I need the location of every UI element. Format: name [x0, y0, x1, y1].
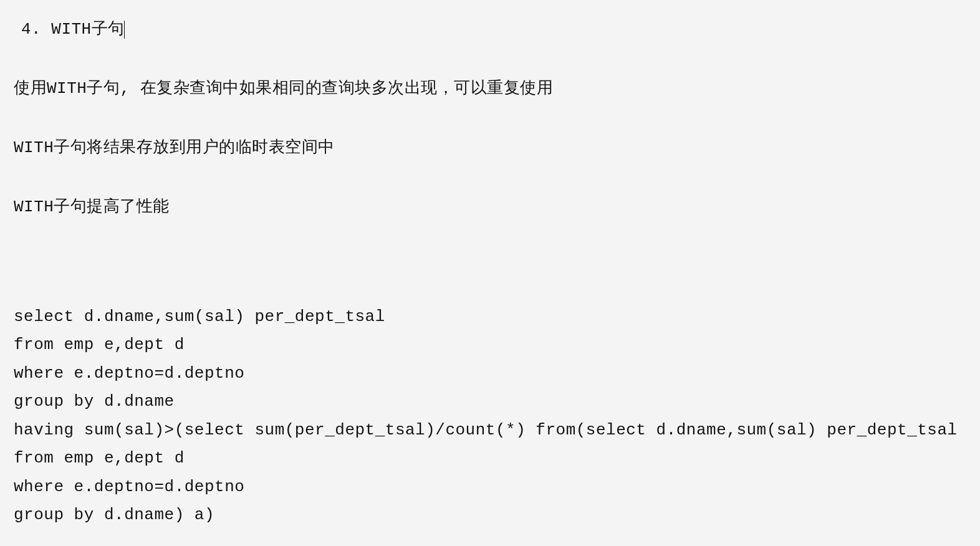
- sql-code-block: select d.dname,sum(sal) per_dept_tsal fr…: [14, 274, 966, 530]
- code-line: from emp e,dept d: [14, 449, 185, 467]
- heading-text: 4. WITH子句: [21, 20, 125, 39]
- code-line: group by d.dname: [14, 392, 175, 411]
- code-line: select d.dname,sum(sal) per_dept_tsal: [14, 307, 385, 326]
- paragraph: WITH子句提高了性能: [14, 195, 966, 219]
- code-line: where e.deptno=d.deptno: [14, 364, 244, 383]
- paragraph: 使用WITH子句, 在复杂查询中如果相同的查询块多次出现，可以重复使用: [14, 77, 966, 101]
- code-line: having sum(sal)>(select sum(per_dept_tsa…: [14, 421, 958, 439]
- section-heading: 4. WITH子句: [14, 17, 966, 42]
- text-cursor: [124, 21, 125, 39]
- code-line: group by d.dname) a): [14, 505, 214, 524]
- code-line: where e.deptno=d.deptno: [14, 477, 244, 496]
- code-line: from emp e,dept d: [14, 335, 185, 354]
- paragraph: WITH子句将结果存放到用户的临时表空间中: [14, 136, 966, 160]
